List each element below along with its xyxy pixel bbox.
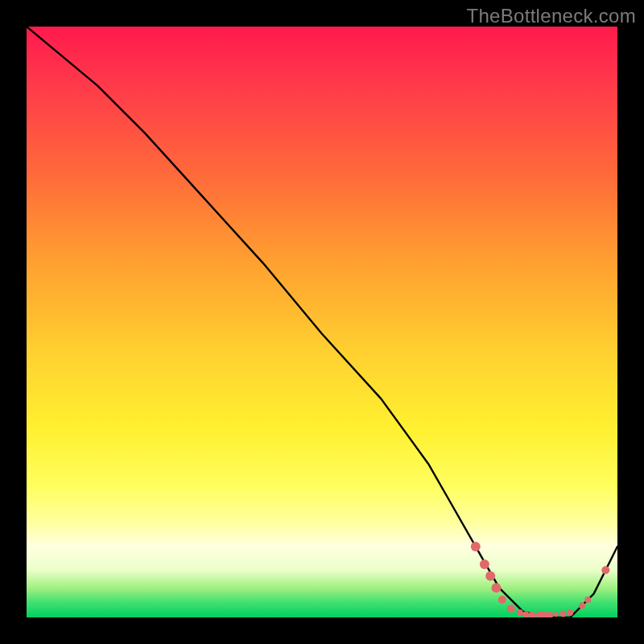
sample-point <box>498 596 506 604</box>
sample-point <box>522 611 529 617</box>
sample-point <box>532 613 537 617</box>
sample-point <box>601 566 609 574</box>
sample-point <box>507 605 515 613</box>
sample-point <box>567 609 573 616</box>
chart-frame: TheBottleneck.com <box>0 0 644 644</box>
sample-point <box>579 602 585 609</box>
marker-group <box>471 542 610 617</box>
sample-point <box>471 542 481 551</box>
sample-point <box>560 611 567 617</box>
bottleneck-curve <box>27 27 617 617</box>
sample-point <box>480 559 489 569</box>
sample-point <box>485 572 495 581</box>
watermark-text: TheBottleneck.com <box>466 5 636 27</box>
sample-point <box>517 609 523 616</box>
sample-point <box>547 612 553 617</box>
sample-point <box>492 583 502 592</box>
sample-point <box>554 612 559 617</box>
plot-area <box>27 27 617 617</box>
sample-point <box>584 597 591 603</box>
curve-layer <box>27 27 617 617</box>
